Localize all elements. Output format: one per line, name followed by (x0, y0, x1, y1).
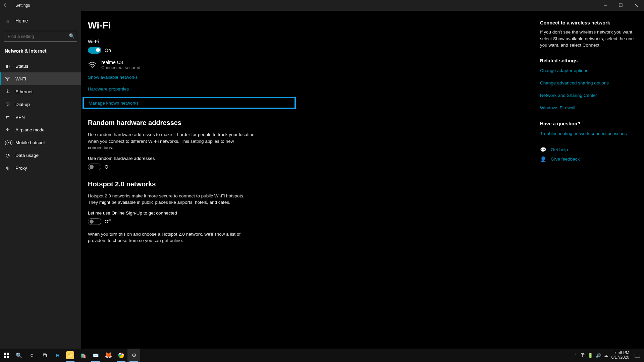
ethernet-icon: 🖧 (5, 89, 11, 94)
hotspot-title: Hotspot 2.0 networks (88, 180, 296, 188)
tray-onedrive-icon[interactable]: ☁ (604, 353, 608, 358)
windows-firewall-link[interactable]: Windows Firewall (540, 105, 637, 110)
chrome-icon[interactable] (115, 349, 127, 362)
sidebar-item-label: Data usage (15, 153, 39, 158)
random-addresses-state: Off (105, 164, 111, 170)
system-tray: ˄ 🔋 🔊 ☁ 7:59 PM 6/17/2020 (575, 351, 644, 360)
sidebar-category: Network & Internet (0, 45, 81, 56)
sidebar-search: 🔍 (4, 31, 77, 42)
sidebar-item-label: Wi-Fi (15, 76, 26, 81)
sidebar-item-label: Proxy (15, 166, 27, 171)
microsoft-store-icon[interactable]: 🛍️ (76, 349, 89, 362)
tray-volume-icon[interactable]: 🔊 (596, 353, 601, 358)
change-adapter-options-link[interactable]: Change adapter options (540, 68, 637, 73)
edge-icon[interactable]: e (51, 349, 64, 362)
svg-rect-6 (4, 356, 6, 358)
give-feedback-row[interactable]: 👤 Give feedback (540, 156, 637, 162)
file-explorer-icon[interactable]: 📁 (64, 349, 76, 362)
home-icon: ⌂ (5, 18, 11, 23)
search-taskbar-button[interactable]: 🔍 (13, 349, 25, 362)
random-addresses-description: Use random hardware addresses to make it… (88, 131, 256, 151)
right-panel: Connect to a wireless network If you don… (540, 11, 644, 359)
show-available-networks-link[interactable]: Show available networks (88, 75, 296, 80)
cortana-button[interactable]: ○ (25, 349, 38, 362)
tray-chevron-icon[interactable]: ˄ (575, 353, 577, 358)
random-addresses-label: Use random hardware addresses (88, 156, 296, 161)
taskbar-clock[interactable]: 7:59 PM 6/17/2020 (611, 351, 629, 360)
network-status: Connected, secured (101, 65, 140, 70)
back-button[interactable] (3, 3, 13, 8)
sidebar-item-status[interactable]: ◐ Status (0, 60, 81, 72)
manage-known-networks-link[interactable]: Manage known networks (89, 101, 139, 106)
sidebar-items: ◐ Status Wi-Fi 🖧 Ethernet ☏ Dial-up ⇄ VP… (0, 60, 81, 174)
troubleshoot-connection-link[interactable]: Troubleshooting network connection issue… (540, 131, 637, 136)
sidebar-item-hotspot[interactable]: ((•)) Mobile hotspot (0, 136, 81, 149)
content-area: Wi-Fi Wi-Fi On realme C3 Connected, secu… (81, 11, 644, 359)
status-icon: ◐ (5, 63, 11, 69)
sidebar-home[interactable]: ⌂ Home (0, 14, 81, 27)
get-help-link[interactable]: Get help (551, 147, 568, 152)
sidebar-item-airplane[interactable]: ✈ Airplane mode (0, 123, 81, 136)
tray-battery-icon[interactable]: 🔋 (588, 353, 593, 358)
wifi-signal-icon (88, 61, 97, 69)
task-view-button[interactable]: ⧉ (38, 349, 51, 362)
sidebar-item-label: VPN (15, 115, 25, 120)
sidebar-item-label: Mobile hotspot (15, 140, 45, 145)
change-advanced-sharing-link[interactable]: Change advanced sharing options (540, 80, 637, 85)
minimize-button[interactable] (598, 0, 613, 11)
network-sharing-center-link[interactable]: Network and Sharing Center (540, 93, 637, 98)
window-titlebar: Settings (0, 0, 644, 11)
svg-rect-7 (7, 356, 9, 358)
get-help-row[interactable]: 💬 Get help (540, 147, 637, 153)
svg-point-2 (7, 80, 8, 81)
sidebar-item-proxy[interactable]: ⊕ Proxy (0, 162, 81, 174)
random-addresses-title: Random hardware addresses (88, 119, 296, 127)
chat-icon: 💬 (540, 147, 546, 153)
firefox-icon[interactable]: 🦊 (102, 349, 115, 362)
connect-title: Connect to a wireless network (540, 20, 637, 25)
action-center-button[interactable] (635, 353, 640, 358)
connect-description: If you don't see the wireless network yo… (540, 29, 637, 49)
sidebar-item-vpn[interactable]: ⇄ VPN (0, 111, 81, 123)
start-button[interactable] (0, 349, 13, 362)
sidebar-item-dialup[interactable]: ☏ Dial-up (0, 98, 81, 111)
sidebar-home-label: Home (15, 18, 28, 23)
sidebar-item-label: Status (15, 64, 28, 69)
window-controls (598, 0, 644, 11)
search-icon: 🔍 (69, 33, 74, 39)
tray-wifi-icon[interactable] (580, 353, 585, 358)
page-title: Wi-Fi (88, 20, 296, 31)
maximize-button[interactable] (613, 0, 629, 11)
sidebar-item-label: Dial-up (15, 102, 30, 107)
sidebar-item-label: Ethernet (15, 89, 33, 94)
wifi-icon (5, 76, 11, 81)
random-addresses-toggle[interactable] (88, 164, 101, 170)
vpn-icon: ⇄ (5, 114, 11, 120)
wifi-section-label: Wi-Fi (88, 39, 296, 44)
svg-point-10 (582, 356, 583, 357)
clock-time: 7:59 PM (611, 351, 629, 355)
main-panel: Wi-Fi Wi-Fi On realme C3 Connected, secu… (81, 11, 309, 359)
wifi-toggle[interactable] (88, 47, 101, 54)
settings-taskbar-icon[interactable]: ⚙ (127, 349, 140, 362)
give-feedback-link[interactable]: Give feedback (551, 157, 580, 162)
datausage-icon: ◔ (5, 153, 11, 158)
sidebar-item-wifi[interactable]: Wi-Fi (0, 72, 81, 85)
hotspot-signup-label: Let me use Online Sign-Up to get connect… (88, 210, 296, 216)
mail-icon[interactable]: ✉️ (89, 349, 102, 362)
person-icon: 👤 (540, 156, 546, 162)
search-input[interactable] (4, 31, 77, 42)
connected-network[interactable]: realme C3 Connected, secured (88, 60, 296, 70)
sidebar-item-datausage[interactable]: ◔ Data usage (0, 149, 81, 162)
highlight-annotation: Manage known networks (83, 97, 296, 109)
proxy-icon: ⊕ (5, 165, 11, 171)
svg-rect-4 (4, 353, 6, 355)
svg-rect-5 (7, 353, 9, 355)
sidebar-item-ethernet[interactable]: 🖧 Ethernet (0, 85, 81, 98)
dialup-icon: ☏ (5, 102, 11, 107)
hotspot-signup-toggle[interactable] (88, 218, 101, 225)
hardware-properties-link[interactable]: Hardware properties (88, 86, 296, 92)
taskbar: 🔍 ○ ⧉ e 📁 🛍️ ✉️ 🦊 ⚙ ˄ 🔋 🔊 ☁ 7:59 PM 6/17… (0, 349, 644, 362)
close-button[interactable] (629, 0, 644, 11)
network-name: realme C3 (101, 60, 140, 65)
